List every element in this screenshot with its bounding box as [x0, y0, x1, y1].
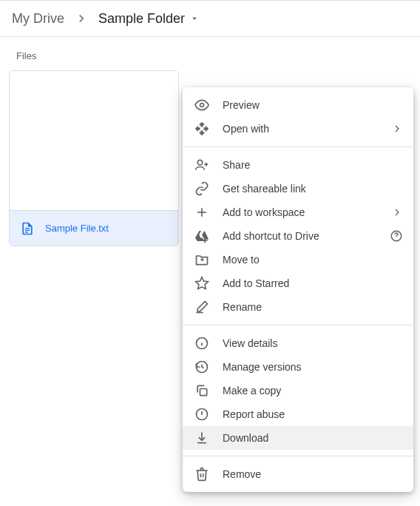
open-with-icon	[194, 121, 209, 136]
menu-item-details[interactable]: View details	[183, 331, 413, 355]
file-thumbnail	[10, 71, 178, 210]
menu-label: Report abuse	[223, 408, 285, 420]
menu-item-get-link[interactable]: Get shareable link	[183, 177, 413, 200]
menu-item-report[interactable]: Report abuse	[183, 402, 413, 426]
menu-label: Preview	[223, 99, 260, 111]
file-name: Sample File.txt	[45, 223, 109, 234]
menu-item-copy[interactable]: Make a copy	[183, 379, 413, 402]
svg-point-0	[200, 104, 204, 107]
menu-divider	[183, 146, 413, 147]
plus-icon	[194, 205, 209, 220]
breadcrumb-root[interactable]: My Drive	[7, 8, 69, 30]
menu-item-move-to[interactable]: Move to	[183, 248, 413, 271]
menu-label: Manage versions	[223, 361, 302, 373]
person-add-icon	[194, 158, 209, 172]
chevron-right-icon	[391, 206, 403, 218]
breadcrumb-current-label: Sample Folder	[98, 11, 185, 27]
menu-item-open-with[interactable]: Open with	[183, 117, 413, 141]
caret-down-icon	[189, 13, 200, 24]
drive-shortcut-icon	[194, 229, 209, 243]
menu-label: Add shortcut to Drive	[223, 230, 319, 242]
star-icon	[194, 276, 209, 291]
menu-item-preview[interactable]: Preview	[183, 93, 413, 117]
report-icon	[194, 407, 209, 422]
download-icon	[194, 431, 209, 445]
menu-item-share[interactable]: Share	[183, 153, 413, 177]
menu-label: Share	[223, 159, 250, 171]
history-icon	[194, 360, 209, 374]
menu-label: Open with	[223, 123, 269, 135]
menu-label: Add to workspace	[223, 206, 305, 218]
chevron-right-icon	[391, 123, 403, 135]
menu-label: View details	[223, 337, 277, 349]
menu-item-download[interactable]: Download	[183, 426, 413, 450]
menu-item-add-shortcut[interactable]: Add shortcut to Drive	[183, 224, 413, 248]
svg-rect-13	[200, 389, 207, 396]
menu-divider	[183, 325, 413, 325]
menu-label: Move to	[223, 254, 260, 266]
file-icon	[20, 221, 35, 236]
menu-item-versions[interactable]: Manage versions	[183, 355, 413, 379]
menu-label: Get shareable link	[223, 183, 306, 195]
svg-point-1	[197, 160, 203, 165]
breadcrumb-bar: My Drive Sample Folder	[0, 0, 420, 37]
file-card[interactable]: Sample File.txt	[9, 70, 179, 246]
link-icon	[194, 181, 209, 196]
help-icon[interactable]	[390, 229, 403, 243]
menu-label: Add to Starred	[223, 277, 289, 289]
menu-item-rename[interactable]: Rename	[183, 295, 413, 319]
menu-label: Make a copy	[223, 385, 281, 397]
file-card-footer: Sample File.txt	[10, 210, 178, 246]
breadcrumb-root-label: My Drive	[12, 11, 64, 27]
section-label-files: Files	[0, 37, 420, 70]
pencil-icon	[194, 300, 209, 314]
breadcrumb-current[interactable]: Sample Folder	[94, 8, 204, 30]
menu-divider	[183, 456, 413, 456]
menu-item-remove[interactable]: Remove	[183, 462, 413, 486]
menu-item-star[interactable]: Add to Starred	[183, 271, 413, 295]
copy-icon	[194, 383, 209, 398]
context-menu: Preview Open with Share Get shareable li…	[183, 87, 413, 492]
move-icon	[194, 252, 209, 267]
chevron-right-icon	[75, 12, 88, 25]
menu-label: Rename	[223, 301, 262, 313]
menu-label: Remove	[223, 468, 261, 480]
trash-icon	[194, 467, 209, 482]
svg-marker-8	[196, 277, 209, 289]
menu-label: Download	[223, 432, 268, 444]
info-icon	[194, 336, 209, 351]
eye-icon	[194, 98, 209, 112]
menu-item-add-workspace[interactable]: Add to workspace	[183, 200, 413, 224]
